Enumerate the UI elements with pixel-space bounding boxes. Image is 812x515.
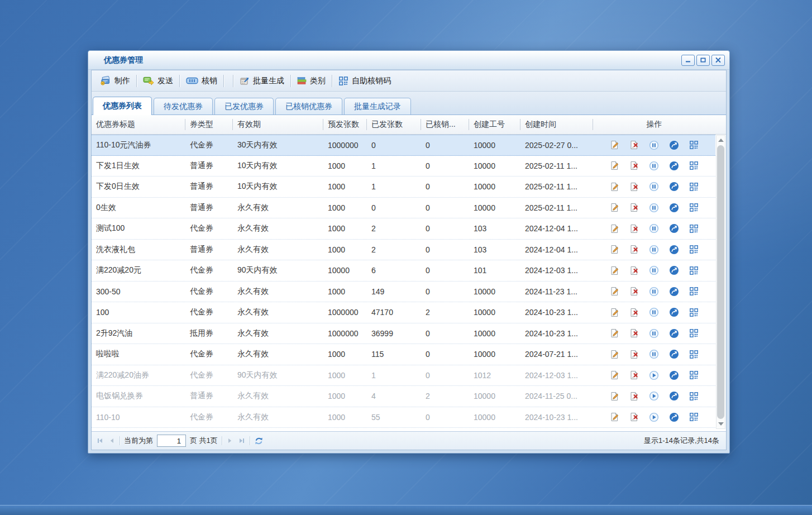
qrcode-icon[interactable] [689,392,699,401]
tab-pending-coupons[interactable]: 待发优惠券 [154,98,213,115]
table-row[interactable]: 满220减20元 代金券 90天内有效 10000 6 0 101 2024-1… [92,260,715,282]
qrcode-icon[interactable] [689,350,699,359]
edit-icon[interactable] [610,224,619,233]
table-row[interactable]: 啦啦啦 代金券 永久有效 1000 115 0 10000 2024-07-21… [92,344,715,365]
share-icon[interactable] [669,328,679,338]
edit-icon[interactable] [610,161,619,170]
qrcode-icon[interactable] [689,203,699,212]
toolbar-send-button[interactable]: 发送 [138,76,178,86]
pause-icon[interactable] [649,265,659,275]
share-icon[interactable] [669,287,679,297]
table-row[interactable]: 满220减20油券 代金券 90天内有效 1000 1 0 1012 2024-… [92,365,715,387]
prev-page-icon[interactable] [108,437,116,445]
delete-icon[interactable] [629,308,639,317]
table-row[interactable]: 下发1日生效 普通券 10天内有效 1000 1 0 10000 2025-02… [92,156,715,177]
pause-icon[interactable] [649,349,659,359]
pause-icon[interactable] [649,140,659,150]
share-icon[interactable] [669,161,679,171]
table-row[interactable]: 100 代金券 永久有效 1000000 47170 2 10000 2024-… [92,302,715,323]
column-header-created-at[interactable]: 创建时间 [520,115,593,134]
share-icon[interactable] [669,307,679,317]
edit-icon[interactable] [610,266,619,275]
maximize-button[interactable] [696,55,710,66]
share-icon[interactable] [669,349,679,359]
qrcode-icon[interactable] [689,182,699,192]
share-icon[interactable] [669,223,679,233]
qrcode-icon[interactable] [689,370,699,380]
share-icon[interactable] [669,182,679,192]
minimize-button[interactable] [681,55,695,66]
pause-icon[interactable] [649,161,659,171]
edit-icon[interactable] [610,392,619,401]
column-header-redeemed[interactable]: 已核销... [421,115,469,134]
edit-icon[interactable] [610,140,619,150]
pause-icon[interactable] [649,287,659,297]
delete-icon[interactable] [629,370,639,380]
qrcode-icon[interactable] [689,266,699,275]
pause-icon[interactable] [649,223,659,233]
share-icon[interactable] [669,140,679,150]
play-icon[interactable] [649,370,659,380]
table-row[interactable]: 测试100 代金券 永久有效 1000 2 0 103 2024-12-04 1… [92,218,715,240]
share-icon[interactable] [669,203,679,213]
delete-icon[interactable] [629,203,639,212]
share-icon[interactable] [669,245,679,255]
share-icon[interactable] [669,265,679,275]
refresh-icon[interactable] [254,436,264,446]
column-header-creator-id[interactable]: 创建工号 [469,115,520,134]
table-row[interactable]: 0生效 普通券 永久有效 1000 0 0 10000 2025-02-11 1… [92,198,715,219]
qrcode-icon[interactable] [689,287,699,296]
pause-icon[interactable] [649,245,659,255]
tab-batch-records[interactable]: 批量生成记录 [344,98,411,115]
delete-icon[interactable] [629,140,639,150]
delete-icon[interactable] [629,161,639,170]
play-icon[interactable] [649,391,659,401]
edit-icon[interactable] [610,412,619,422]
scroll-up-icon[interactable] [717,136,725,145]
delete-icon[interactable] [629,266,639,275]
toolbar-self-verify-code-button[interactable]: 自助核销码 [333,76,396,86]
table-row[interactable]: 110-10 代金券 永久有效 1000 55 0 10000 2024-10-… [92,407,715,428]
toolbar-verify-button[interactable]: 核销 [181,76,222,86]
column-header-issued[interactable]: 已发张数 [367,115,421,134]
column-header-title[interactable]: 优惠券标题 [92,115,185,134]
pause-icon[interactable] [649,328,659,338]
pause-icon[interactable] [649,203,659,213]
column-header-validity[interactable]: 有效期 [233,115,323,134]
edit-icon[interactable] [610,350,619,359]
tab-issued-coupons[interactable]: 已发优惠券 [214,98,274,115]
delete-icon[interactable] [629,245,639,254]
page-number-input[interactable] [157,435,186,447]
toolbar-make-button[interactable]: 制作 [95,76,135,86]
scrollbar-thumb[interactable] [717,145,724,419]
play-icon[interactable] [649,412,659,422]
edit-icon[interactable] [610,370,619,380]
table-row[interactable]: 下发0日生效 普通券 10天内有效 1000 1 0 10000 2025-02… [92,177,715,198]
table-row[interactable]: 110-10元汽油券 代金券 30天内有效 1000000 0 0 10000 … [92,135,715,156]
qrcode-icon[interactable] [689,328,699,338]
pause-icon[interactable] [649,307,659,317]
qrcode-icon[interactable] [689,224,699,233]
edit-icon[interactable] [610,328,619,338]
close-button[interactable] [711,55,725,66]
edit-icon[interactable] [610,287,619,296]
vertical-scrollbar[interactable] [716,135,725,429]
qrcode-icon[interactable] [689,245,699,254]
share-icon[interactable] [669,391,679,401]
next-page-icon[interactable] [226,437,234,445]
edit-icon[interactable] [610,308,619,317]
delete-icon[interactable] [629,350,639,359]
tab-coupon-list[interactable]: 优惠券列表 [93,97,152,115]
first-page-icon[interactable] [96,437,104,445]
toolbar-batch-generate-button[interactable]: 批量生成 [235,76,289,86]
last-page-icon[interactable] [238,437,246,445]
scroll-down-icon[interactable] [717,419,725,428]
share-icon[interactable] [669,412,679,422]
table-row[interactable]: 300-50 代金券 永久有效 1000 149 0 10000 2024-11… [92,282,715,303]
qrcode-icon[interactable] [689,140,699,150]
tab-redeemed-coupons[interactable]: 已核销优惠券 [275,98,342,115]
toolbar-category-button[interactable]: 类别 [292,76,331,86]
delete-icon[interactable] [629,182,639,192]
window-titlebar[interactable]: 优惠券管理 [88,51,729,70]
edit-icon[interactable] [610,203,619,212]
